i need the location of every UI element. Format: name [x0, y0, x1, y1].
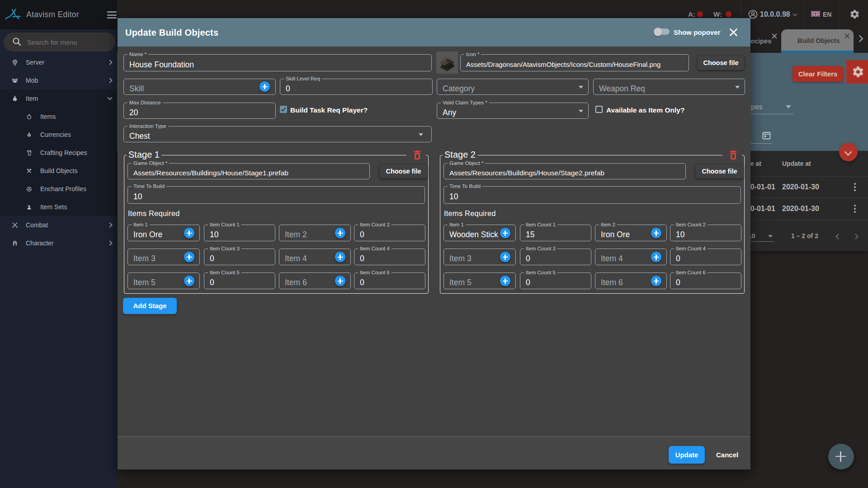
svg-text:$: $ — [28, 134, 30, 136]
